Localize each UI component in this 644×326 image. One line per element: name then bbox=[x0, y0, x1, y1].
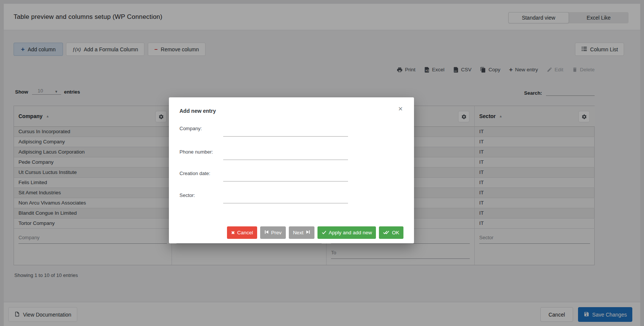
modal-apply-label: Apply and add new bbox=[329, 230, 372, 235]
skip-previous-icon bbox=[264, 230, 269, 235]
modal-ok-label: OK bbox=[392, 230, 399, 235]
creation-date-field[interactable] bbox=[223, 172, 348, 181]
double-check-icon bbox=[383, 230, 389, 236]
company-field[interactable] bbox=[223, 127, 348, 137]
field-label: Creation date: bbox=[179, 169, 223, 181]
phone-number-field[interactable] bbox=[223, 150, 348, 160]
skip-next-icon bbox=[306, 230, 310, 235]
modal-cancel-button[interactable]: ✖ Cancel bbox=[227, 226, 257, 239]
modal-cancel-label: Cancel bbox=[237, 230, 253, 235]
modal-field-phone: Phone number: bbox=[179, 148, 348, 160]
modal-field-company: Company: bbox=[179, 124, 348, 137]
modal-next-label: Next bbox=[293, 230, 304, 235]
add-new-entry-modal: Add new entry × Company: Phone number: C… bbox=[169, 97, 414, 243]
app-window: Table preview and columns setup (WP Conn… bbox=[0, 0, 644, 326]
modal-title: Add new entry bbox=[179, 108, 216, 114]
modal-field-sector: Sector: bbox=[179, 191, 348, 203]
field-label: Sector: bbox=[179, 191, 223, 203]
modal-apply-and-add-new-button[interactable]: Apply and add new bbox=[317, 226, 376, 239]
field-label: Company: bbox=[179, 124, 223, 137]
modal-buttons: ✖ Cancel Prev Next Apply and add new OK bbox=[227, 226, 403, 239]
sector-field[interactable] bbox=[223, 194, 348, 203]
close-icon[interactable]: × bbox=[398, 105, 403, 112]
modal-prev-label: Prev bbox=[271, 230, 282, 235]
field-label: Phone number: bbox=[179, 148, 223, 160]
x-icon: ✖ bbox=[231, 230, 235, 235]
modal-next-button[interactable]: Next bbox=[289, 226, 314, 239]
modal-field-creation-date: Creation date: bbox=[179, 169, 348, 181]
check-icon bbox=[322, 230, 327, 236]
modal-prev-button[interactable]: Prev bbox=[260, 226, 286, 239]
modal-ok-button[interactable]: OK bbox=[379, 226, 403, 239]
